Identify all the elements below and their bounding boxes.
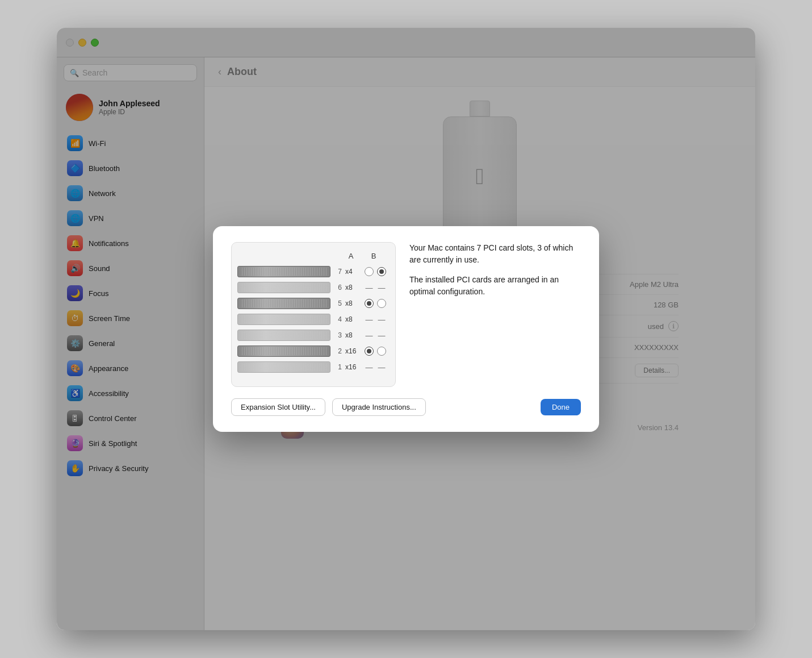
pci-radio-7b[interactable] (377, 267, 386, 276)
pci-diagram: A B 7 x4 6 x8 (231, 242, 396, 387)
pci-radio-7a[interactable] (365, 267, 374, 276)
modal-content-row: A B 7 x4 6 x8 (231, 242, 581, 387)
pci-card-6 (237, 282, 330, 293)
pci-slot-num-5: 5 (334, 299, 342, 307)
pci-dash-4a: — (365, 315, 374, 324)
pci-slot-num-2: 2 (334, 347, 342, 355)
pci-slot-num-3: 3 (334, 331, 342, 339)
pci-col-a-label: A (345, 252, 357, 260)
pci-dash-6b: — (377, 284, 386, 292)
pci-slot-type-4: x8 (345, 315, 361, 323)
pci-slot-5: 5 x8 (237, 298, 386, 309)
pci-slot-type-5: x8 (345, 299, 361, 307)
pci-dash-1b: — (377, 363, 386, 372)
pci-radio-5a[interactable] (365, 299, 374, 308)
pci-slot-num-4: 4 (334, 315, 342, 323)
pci-slot-num-6: 6 (334, 284, 342, 291)
main-window: 🔍 Search John Appleseed Apple ID 📶 Wi-Fi (57, 28, 755, 630)
pci-slot-type-1: x16 (345, 363, 361, 371)
pci-slot-type-6: x8 (345, 284, 361, 291)
pci-header: A B (237, 252, 386, 260)
pci-card-2 (237, 345, 330, 357)
modal-text: Your Mac contains 7 PCI card slots, 3 of… (409, 242, 581, 306)
pci-card-7 (237, 266, 330, 277)
pci-slot-7: 7 x4 (237, 266, 386, 277)
pci-slot-4: 4 x8 — — (237, 314, 386, 325)
pci-dash-1a: — (365, 363, 374, 372)
pci-slot-type-3: x8 (345, 331, 361, 339)
pci-dash-4b: — (377, 315, 386, 324)
pci-card-4 (237, 314, 330, 325)
modal-overlay: A B 7 x4 6 x8 (57, 28, 755, 630)
pci-slot-6: 6 x8 — — (237, 282, 386, 293)
expansion-slot-utility-button[interactable]: Expansion Slot Utility... (231, 398, 325, 416)
pci-dash-6a: — (365, 284, 374, 292)
pci-radio-2a[interactable] (365, 347, 374, 356)
pci-modal: A B 7 x4 6 x8 (213, 226, 599, 432)
pci-slot-type-2: x16 (345, 347, 361, 355)
modal-actions: Expansion Slot Utility... Upgrade Instru… (231, 398, 581, 416)
pci-slot-num-1: 1 (334, 363, 342, 371)
pci-radio-5b[interactable] (377, 299, 386, 308)
done-button[interactable]: Done (541, 399, 581, 415)
pci-slot-3: 3 x8 — — (237, 330, 386, 341)
pci-slot-1: 1 x16 — — (237, 361, 386, 373)
pci-card-1 (237, 361, 330, 373)
pci-dash-3b: — (377, 331, 386, 340)
modal-description-1: Your Mac contains 7 PCI card slots, 3 of… (409, 242, 581, 266)
pci-card-5 (237, 298, 330, 309)
upgrade-instructions-button[interactable]: Upgrade Instructions... (332, 398, 426, 416)
pci-col-b-label: B (368, 252, 379, 260)
pci-card-3 (237, 330, 330, 341)
pci-radio-2b[interactable] (377, 347, 386, 356)
pci-slot-2: 2 x16 (237, 345, 386, 357)
pci-slot-num-7: 7 (334, 268, 342, 276)
modal-description-2: The installed PCI cards are arranged in … (409, 274, 581, 298)
pci-dash-3a: — (365, 331, 374, 340)
pci-slot-type-7: x4 (345, 268, 361, 276)
